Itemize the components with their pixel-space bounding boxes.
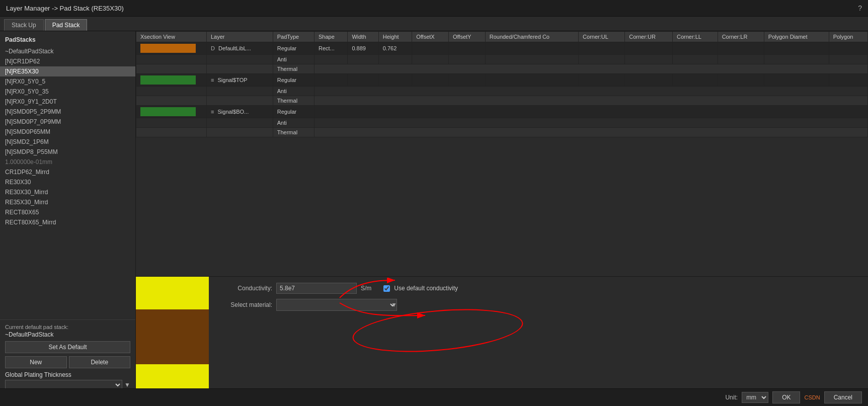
footer-bar: Unit: mm mil inch OK CSDN Cancel	[0, 388, 868, 406]
sidebar-item-rect80x65-mirrd[interactable]: RECT80X65_Mirrd	[0, 217, 135, 227]
col-polygon: Polygon	[829, 32, 867, 42]
col-shape: Shape	[314, 32, 347, 42]
padtype-cell-7: Regular	[273, 106, 314, 118]
sidebar-item-re30x30[interactable]: RE30X30	[0, 177, 135, 187]
use-default-label[interactable]: Use default conductivity	[383, 285, 458, 292]
xsec-cell-9	[136, 128, 207, 137]
height-cell-2	[378, 55, 412, 64]
right-panel: Xsection View Layer PadType Shape Width …	[136, 31, 868, 397]
sidebar-item-re30x30-mirrd[interactable]: RE30X30_Mirrd	[0, 187, 135, 197]
offsety-cell-4	[448, 74, 485, 87]
table-row[interactable]: Anti	[136, 87, 868, 96]
poly-cell-1	[829, 42, 867, 55]
corner-ul-cell-1	[579, 42, 625, 55]
layer-cell-7: ≡ Signal$BO...	[207, 106, 273, 118]
padtype-cell-8: Anti	[273, 118, 314, 128]
pad-stack-table-area: Xsection View Layer PadType Shape Width …	[136, 31, 868, 276]
sidebar-item-nsmd0p65mm[interactable]: [N]SMD0P65MM	[0, 127, 135, 137]
sidebar-item-nre35x30[interactable]: [N]RE35X30	[0, 66, 135, 76]
width-cell-4	[348, 74, 378, 87]
use-default-text: Use default conductivity	[394, 285, 458, 292]
set-as-default-button[interactable]: Set As Default	[5, 341, 130, 353]
layer-cell-8	[207, 118, 273, 128]
sidebar-item-nrx0-5y0-35[interactable]: [N]RX0_5Y0_35	[0, 87, 135, 97]
unit-label: Unit:	[725, 394, 738, 401]
table-row[interactable]: ≡ Signal$BO... Regular	[136, 106, 868, 118]
xsec-cell-8	[136, 118, 207, 128]
xsec-green-bar-top	[140, 75, 196, 85]
xsec-orange-bar	[140, 44, 196, 53]
thermal-rest-3	[314, 64, 867, 74]
sidebar-item-rect80x65[interactable]: RECT80X65	[0, 207, 135, 217]
sidebar-item-nrx0-9y1-2d0t[interactable]: [N]RX0_9Y1_2D0T	[0, 97, 135, 107]
col-offsety: OffsetY	[448, 32, 485, 42]
ok-button[interactable]: OK	[772, 391, 800, 403]
help-button[interactable]: ?	[858, 4, 862, 12]
tab-pad-stack[interactable]: Pad Stack	[45, 19, 88, 31]
table-row[interactable]: Thermal	[136, 96, 868, 106]
padtype-cell-2: Anti	[273, 55, 314, 64]
corner-ur-cell-1	[625, 42, 673, 55]
brand-label: CSDN	[804, 394, 820, 400]
col-layer: Layer	[207, 32, 273, 42]
current-default-name: ~DefaultPadStack	[5, 331, 130, 338]
col-corner-ll: Corner:LL	[672, 32, 718, 42]
table-row[interactable]: D DefaultLibL... Regular Rect... 0.889 0…	[136, 42, 868, 55]
corner-ul-4	[579, 74, 625, 87]
table-row[interactable]: Thermal	[136, 128, 868, 137]
offsetx-cell-2	[412, 55, 449, 64]
sidebar-item-re35x30-mirrd[interactable]: RE35X30_Mirrd	[0, 197, 135, 207]
sidebar-item-nsmd0p5-2p9mm[interactable]: [N]SMD0P5_2P9MM	[0, 107, 135, 117]
pad-stack-table: Xsection View Layer PadType Shape Width …	[136, 31, 868, 137]
poly-diam-2	[764, 55, 829, 64]
table-row[interactable]: ≡ Signal$TOP Regular	[136, 74, 868, 87]
select-material-row: Select material: ▼	[217, 299, 860, 311]
tab-stack-up[interactable]: Stack Up	[4, 19, 44, 31]
table-row[interactable]: Anti	[136, 118, 868, 128]
offsety-cell-1	[448, 42, 485, 55]
padtype-cell-1: Regular	[273, 42, 314, 55]
unit-select[interactable]: mm mil inch	[742, 392, 768, 403]
conductivity-label: Conductivity:	[217, 285, 272, 292]
height-cell-1: 0.762	[378, 42, 412, 55]
sidebar-item-nsmpp8-p55mm[interactable]: [N]SMDP8_P55MM	[0, 147, 135, 157]
select-material-select[interactable]	[276, 299, 397, 311]
conductivity-input[interactable]	[276, 283, 357, 294]
layer-cell-1: D DefaultLibL...	[207, 42, 273, 55]
sidebar-item-cr1dp62-mirrd[interactable]: CR1DP62_Mirrd	[0, 167, 135, 177]
col-rounded: Rounded/Chamfered Co	[485, 32, 578, 42]
delete-button[interactable]: Delete	[69, 356, 131, 368]
table-row[interactable]: Thermal	[136, 64, 868, 74]
layer-signal-bot-icon: ≡	[211, 109, 214, 115]
padtype-cell-3: Thermal	[273, 64, 314, 74]
sidebar-item-val1: 1.000000e-01mm	[0, 157, 135, 167]
corner-lr-cell-1	[718, 42, 764, 55]
xsec-cell-2	[136, 55, 207, 64]
layer-signal-icon: ≡	[211, 77, 214, 83]
table-row[interactable]: Anti	[136, 55, 868, 64]
corner-ur-2	[625, 55, 673, 64]
sidebar-item-ncr1dp62[interactable]: [N]CR1DP62	[0, 56, 135, 66]
sidebar-item-nsmd2-1p6m[interactable]: [N]SMD2_1P6M	[0, 137, 135, 147]
poly-4	[829, 74, 867, 87]
col-width: Width	[348, 32, 378, 42]
poly-diam-cell-1	[764, 42, 829, 55]
padstacks-title: PadStacks	[0, 34, 135, 46]
cancel-button[interactable]: Cancel	[824, 391, 862, 403]
xsec-yellow-top	[136, 277, 209, 309]
corner-ll-2	[672, 55, 718, 64]
shape-cell-1: Rect...	[314, 42, 347, 55]
rest-6	[314, 96, 867, 106]
sidebar-item-defaultpadstack[interactable]: ~DefaultPadStack	[0, 46, 135, 56]
corner-ur-4	[625, 74, 673, 87]
width-cell-2	[348, 55, 378, 64]
new-button[interactable]: New	[5, 356, 67, 368]
rest-7	[314, 106, 867, 118]
global-plating-label: Global Plating Thickness	[5, 371, 130, 378]
sidebar-item-nrx0-5y0-5[interactable]: [N]RX0_5Y0_5	[0, 76, 135, 87]
layer-cell-4: ≡ Signal$TOP	[207, 74, 273, 87]
col-corner-lr: Corner:LR	[718, 32, 764, 42]
use-default-checkbox[interactable]	[383, 285, 390, 292]
sidebar-item-nsmd0p7-0p9mm[interactable]: [N]SMD0P7_0P9MM	[0, 117, 135, 127]
col-height: Height	[378, 32, 412, 42]
